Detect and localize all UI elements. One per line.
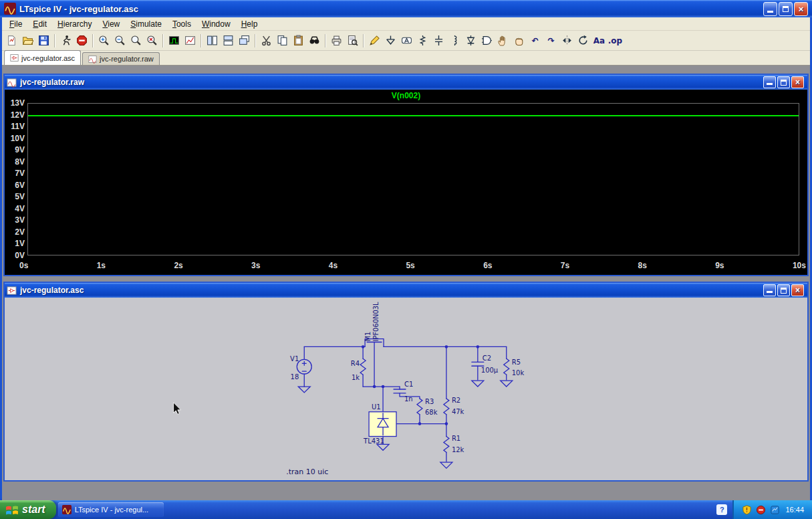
redo-icon[interactable]: ↷: [543, 33, 559, 49]
place-inductor-icon[interactable]: [447, 33, 462, 49]
trace-label[interactable]: V(n002): [5, 91, 807, 100]
taskbar: start LTspice IV - jvc-regul... ? 16:44: [0, 500, 812, 519]
svg-text:C2: C2: [483, 354, 491, 362]
close-button[interactable]: ×: [794, 2, 808, 16]
component-c2[interactable]: C2 100µ: [472, 354, 499, 387]
halt-icon[interactable]: [74, 33, 90, 49]
svg-text:47k: 47k: [452, 408, 464, 415]
autorange-y-axis-icon[interactable]: [166, 33, 182, 49]
tab-label: jvc-regulator.asc: [21, 54, 75, 62]
menu-file[interactable]: File: [4, 18, 27, 30]
print-preview-icon[interactable]: [345, 33, 360, 49]
menu-edit[interactable]: Edit: [27, 18, 52, 30]
place-resistor-icon[interactable]: [415, 33, 430, 49]
copy-icon[interactable]: [275, 33, 290, 49]
alert-status-icon[interactable]: [756, 505, 766, 515]
schematic-file-icon: [7, 286, 17, 296]
restore-button[interactable]: [777, 76, 790, 88]
component-m1[interactable]: M1 IPF060N03L: [364, 302, 384, 387]
network-monitor-icon[interactable]: [770, 505, 780, 515]
toolbar-separator: [363, 34, 364, 47]
plot-frame[interactable]: [27, 103, 799, 255]
zoom-in-icon[interactable]: [96, 33, 112, 49]
schematic-window-titlebar: jvc-regulator.asc ×: [5, 283, 807, 298]
clock: 16:44: [785, 506, 804, 514]
component-v1[interactable]: V1 18: [290, 346, 311, 392]
undo-icon[interactable]: ↶: [527, 33, 543, 49]
waveform-window-title: jvc-regulator.raw: [20, 78, 84, 87]
component-r5[interactable]: R5 10k: [501, 358, 525, 387]
toolbar-separator: [162, 34, 164, 47]
restore-icon: [781, 80, 787, 86]
open-file-icon[interactable]: [20, 33, 35, 49]
wire-net[interactable]: [304, 346, 506, 461]
save-icon[interactable]: [36, 33, 51, 49]
component-u1[interactable]: U1 TL431: [363, 403, 396, 451]
minimize-button[interactable]: [763, 2, 777, 16]
taskbar-item-ltspice[interactable]: LTspice IV - jvc-regul...: [58, 502, 164, 517]
run-icon[interactable]: [58, 33, 74, 49]
menu-window[interactable]: Window: [196, 18, 236, 30]
mirror-icon[interactable]: [559, 33, 575, 49]
minimize-button[interactable]: [763, 76, 776, 88]
zoom-out-icon[interactable]: [112, 33, 128, 49]
restore-icon: [781, 288, 787, 294]
spice-directive-text[interactable]: .tran 10 uic: [286, 468, 328, 476]
place-ground-icon[interactable]: [383, 33, 398, 49]
label-net-icon[interactable]: [399, 33, 414, 49]
svg-text:IPF060N03L: IPF060N03L: [372, 302, 380, 342]
zoom-full-extents-icon[interactable]: [144, 33, 160, 49]
move-icon[interactable]: [495, 33, 511, 49]
start-button[interactable]: start: [0, 500, 56, 519]
zoom-back-icon[interactable]: [128, 33, 144, 49]
restore-button[interactable]: [779, 2, 793, 16]
close-button[interactable]: ×: [791, 284, 804, 296]
schematic-window: jvc-regulator.asc ×: [3, 282, 809, 482]
draw-wire-icon[interactable]: [367, 33, 382, 49]
component-r3[interactable]: R3 68k: [417, 398, 438, 416]
tile-vertical-icon[interactable]: [205, 33, 220, 49]
component-r2[interactable]: R2 47k: [444, 397, 464, 415]
print-icon[interactable]: [329, 33, 344, 49]
tile-horizontal-icon[interactable]: [221, 33, 236, 49]
component-c1[interactable]: C1 1n: [394, 381, 413, 403]
place-text-icon[interactable]: Aa: [591, 33, 607, 49]
x-tick: 9s: [715, 261, 724, 270]
svg-text:100µ: 100µ: [481, 367, 499, 374]
help-indicator-icon[interactable]: ?: [716, 504, 727, 515]
place-component-icon[interactable]: [479, 33, 495, 49]
menu-view[interactable]: View: [97, 18, 125, 30]
toolbar: ↶ ↷ Aa .op: [2, 31, 810, 51]
spice-directive-icon[interactable]: .op: [607, 33, 623, 49]
tab-label: jvc-regulator.raw: [100, 55, 154, 63]
cut-icon[interactable]: [259, 33, 274, 49]
minimize-icon: [767, 83, 773, 85]
tab-jvc-regulator-asc[interactable]: jvc-regulator.asc: [4, 50, 81, 65]
waveform-plot[interactable]: V(n002) 13V 12V 11V 10V 9V 8V 7V 6V 5V 4…: [5, 90, 807, 275]
minimize-button[interactable]: [763, 284, 776, 296]
cascade-windows-icon[interactable]: [237, 33, 252, 49]
menu-hierarchy[interactable]: Hierarchy: [52, 18, 97, 30]
component-r4[interactable]: R4 1k: [351, 358, 366, 381]
component-r1[interactable]: R1 12k: [440, 435, 464, 468]
drag-icon[interactable]: [511, 33, 527, 49]
tab-jvc-regulator-raw[interactable]: jvc-regulator.raw: [82, 52, 160, 65]
menu-simulate[interactable]: Simulate: [125, 18, 167, 30]
plot-settings-icon[interactable]: [182, 33, 198, 49]
menu-tools[interactable]: Tools: [167, 18, 196, 30]
x-tick: 4s: [329, 261, 337, 270]
security-shield-icon[interactable]: [742, 505, 752, 515]
rotate-icon[interactable]: [575, 33, 591, 49]
minimize-icon: [767, 11, 773, 13]
new-schematic-icon[interactable]: [4, 33, 19, 49]
mouse-cursor: [174, 403, 181, 415]
toolbar-separator: [200, 34, 202, 47]
menu-help[interactable]: Help: [236, 18, 263, 30]
place-diode-icon[interactable]: [463, 33, 479, 49]
close-button[interactable]: ×: [791, 76, 804, 88]
find-icon[interactable]: [307, 33, 322, 49]
place-capacitor-icon[interactable]: [431, 33, 446, 49]
paste-icon[interactable]: [291, 33, 306, 49]
restore-button[interactable]: [777, 284, 790, 296]
schematic-canvas[interactable]: V1 18 M1 IPF060N03L: [5, 298, 807, 480]
